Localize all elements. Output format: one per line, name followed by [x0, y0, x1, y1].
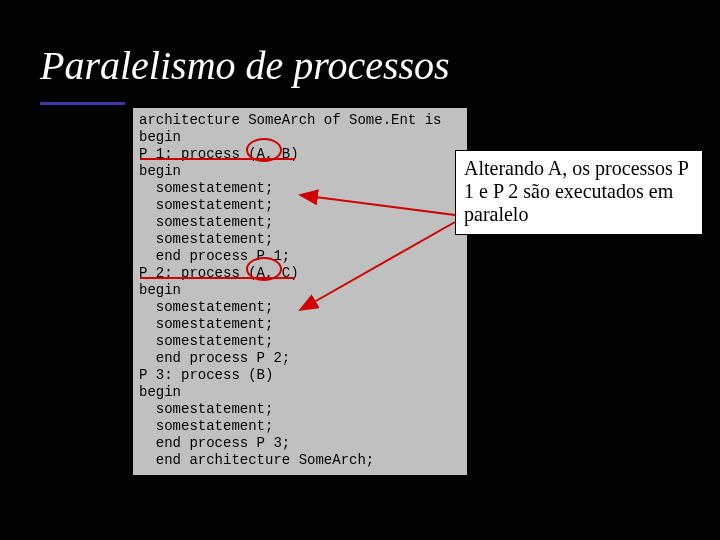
code-line: P 2: process (A, C) — [139, 265, 299, 281]
slide-title: Paralelismo de processos — [40, 42, 450, 89]
code-line: architecture SomeArch of Some.Ent is — [139, 112, 441, 128]
code-line: somestatement; — [139, 214, 273, 230]
code-line: P 3: process (B) — [139, 367, 273, 383]
code-line: somestatement; — [139, 401, 273, 417]
title-underline — [40, 102, 125, 105]
code-line: somestatement; — [139, 197, 273, 213]
code-line: somestatement; — [139, 333, 273, 349]
slide: Paralelismo de processos architecture So… — [0, 0, 720, 540]
code-line: begin — [139, 163, 181, 179]
code-line: end process P 3; — [139, 435, 290, 451]
code-line: somestatement; — [139, 418, 273, 434]
code-line: end process P 1; — [139, 248, 290, 264]
code-line: begin — [139, 282, 181, 298]
code-block: architecture SomeArch of Some.Ent is beg… — [133, 108, 467, 475]
code-line: somestatement; — [139, 316, 273, 332]
code-line: end architecture SomeArch; — [139, 452, 374, 468]
code-line: begin — [139, 129, 181, 145]
code-line: somestatement; — [139, 299, 273, 315]
code-line: end process P 2; — [139, 350, 290, 366]
annotation-callout: Alterando A, os processos P 1 e P 2 são … — [455, 150, 703, 235]
code-line: begin — [139, 384, 181, 400]
code-line: somestatement; — [139, 180, 273, 196]
code-line: somestatement; — [139, 231, 273, 247]
code-line: P 1: process (A, B) — [139, 146, 299, 162]
